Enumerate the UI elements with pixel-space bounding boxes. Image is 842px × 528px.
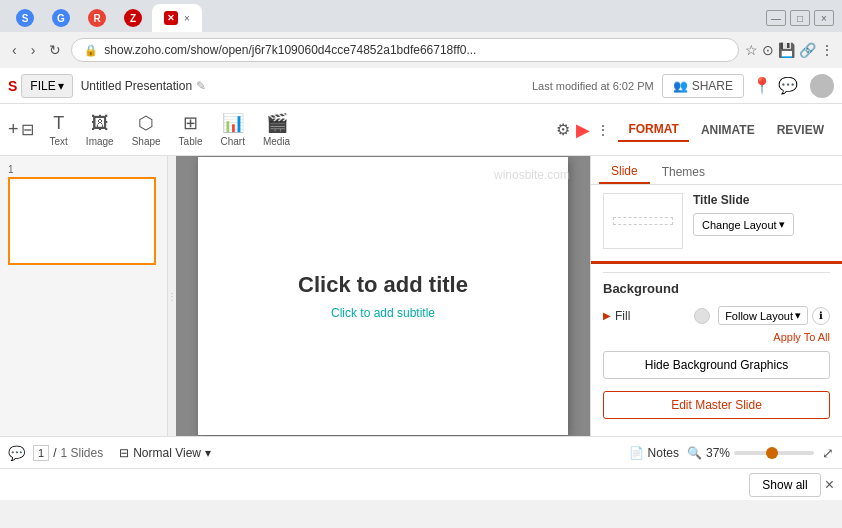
notes-button[interactable]: 📄 Notes (629, 446, 679, 460)
slide-thumbnail[interactable]: 1 (8, 164, 159, 265)
url-box[interactable]: 🔒 show.zoho.com/show/open/j6r7k109060d4c… (71, 38, 739, 62)
show-all-button[interactable]: Show all (749, 473, 820, 497)
zoom-slider[interactable] (734, 451, 814, 455)
slide-panel: 1 (0, 156, 168, 436)
slide-image (8, 177, 156, 265)
fill-arrow-icon: ▾ (795, 309, 801, 322)
tab-z[interactable]: Z (116, 5, 152, 31)
text-label: Text (50, 136, 68, 147)
app-bar-icons: 📍 💬 (752, 74, 834, 98)
slide-title[interactable]: Click to add title (298, 272, 468, 298)
star-button[interactable]: ☆ (745, 42, 758, 58)
share-label: SHARE (692, 79, 733, 93)
window-controls: — □ × (766, 10, 834, 26)
tab-s[interactable]: S (8, 5, 44, 31)
extensions-button[interactable]: ⊙ (762, 42, 774, 58)
watermark: winosbite.com (494, 168, 570, 182)
review-tab[interactable]: REVIEW (767, 118, 834, 142)
slide-canvas[interactable]: Click to add title Click to add subtitle (198, 157, 568, 435)
app-bar: S FILE ▾ Untitled Presentation ✎ Last mo… (0, 68, 842, 104)
image-icon: 🖼 (91, 113, 109, 134)
layout-button[interactable]: ⊟ (21, 120, 34, 139)
zoom-thumb[interactable] (766, 447, 778, 459)
play-button[interactable]: ▶ (576, 119, 590, 141)
comment-icon[interactable]: 💬 (8, 445, 25, 461)
browser-window: S G R Z ✕ × — □ × ‹ › ↻ 🔒 show.zoho.com/… (0, 0, 842, 500)
toolbar-right: ⚙ ▶ ⋮ (556, 119, 610, 141)
lock-icon: 🔒 (84, 44, 98, 57)
zoho-logo: S (8, 78, 17, 94)
close-button[interactable]: × (814, 10, 834, 26)
user-avatar[interactable] (810, 74, 834, 98)
toolbar-text[interactable]: T Text (42, 109, 76, 151)
back-button[interactable]: ‹ (8, 40, 21, 60)
save-button[interactable]: 💾 (778, 42, 795, 58)
fill-info-button[interactable]: ℹ (812, 307, 830, 325)
page-current[interactable]: 1 (33, 445, 49, 461)
tab-r[interactable]: R (80, 5, 116, 31)
slide-tab-slide[interactable]: Slide (599, 160, 650, 184)
shape-icon: ⬡ (138, 112, 154, 134)
fill-dropdown[interactable]: Follow Layout ▾ (718, 306, 808, 325)
maximize-button[interactable]: □ (790, 10, 810, 26)
toolbar-chart[interactable]: 📊 Chart (212, 108, 252, 151)
tab-favicon-z: Z (124, 9, 142, 27)
change-layout-button[interactable]: Change Layout ▾ (693, 213, 794, 236)
share-icon: 👥 (673, 79, 688, 93)
apply-to-all[interactable]: Apply To All (591, 329, 842, 345)
tab-active[interactable]: ✕ × (152, 4, 202, 32)
zoom-level: 37% (706, 446, 730, 460)
edit-master-button[interactable]: Edit Master Slide (603, 391, 830, 419)
background-section-title: Background (603, 272, 830, 296)
file-menu-button[interactable]: FILE ▾ (21, 74, 72, 98)
toolbar-table[interactable]: ⊞ Table (171, 108, 211, 151)
settings-button[interactable]: ⚙ (556, 120, 570, 139)
tab-close-btn[interactable]: × (184, 13, 190, 24)
fill-color-swatch (694, 308, 710, 324)
fill-row: ▶ Fill Follow Layout ▾ ℹ (591, 302, 842, 329)
toolbar-items: T Text 🖼 Image ⬡ Shape ⊞ Table 📊 Chart 🎬 (42, 108, 557, 151)
layout-name: Title Slide (693, 193, 794, 207)
address-bar: ‹ › ↻ 🔒 show.zoho.com/show/open/j6r7k109… (0, 32, 842, 68)
reload-button[interactable]: ↻ (45, 40, 65, 60)
page-separator: / (53, 446, 56, 460)
slide-subtitle[interactable]: Click to add subtitle (331, 306, 435, 320)
view-mode[interactable]: ⊟ Normal View ▾ (119, 446, 211, 460)
zoom-expand-button[interactable]: ⤢ (822, 445, 834, 461)
share-page-button[interactable]: 🔗 (799, 42, 816, 58)
chart-label: Chart (220, 136, 244, 147)
tab-favicon-s: S (16, 9, 34, 27)
last-modified-text: Last modified at 6:02 PM (532, 80, 654, 92)
tab-active-favicon: ✕ (164, 11, 178, 25)
toolbar: + ⊟ T Text 🖼 Image ⬡ Shape ⊞ Table 📊 Ch (0, 104, 842, 156)
slide-tab-themes[interactable]: Themes (650, 160, 717, 184)
chat-icon-button[interactable]: 💬 (778, 74, 798, 98)
tab-favicon-r: R (88, 9, 106, 27)
layout-inner-box (613, 217, 673, 225)
title-edit-icon[interactable]: ✎ (196, 79, 206, 93)
tab-g[interactable]: G (44, 5, 80, 31)
forward-button[interactable]: › (27, 40, 40, 60)
location-icon-button[interactable]: 📍 (752, 74, 772, 98)
toolbar-shape[interactable]: ⬡ Shape (124, 108, 169, 151)
drag-handle[interactable]: ⋮ (168, 156, 176, 436)
add-slide-button[interactable]: + (8, 119, 19, 140)
file-label: FILE (30, 79, 55, 93)
slide-number: 1 (8, 164, 159, 175)
file-arrow: ▾ (58, 79, 64, 93)
hide-background-button[interactable]: Hide Background Graphics (603, 351, 830, 379)
presentation-title: Untitled Presentation (81, 79, 192, 93)
zoom-area: 🔍 37% ⤢ (687, 445, 834, 461)
animate-tab[interactable]: ANIMATE (691, 118, 765, 142)
canvas-area[interactable]: winosbite.com Click to add title Click t… (176, 156, 590, 436)
media-icon: 🎬 (266, 112, 288, 134)
toolbar-image[interactable]: 🖼 Image (78, 109, 122, 151)
more-options-button[interactable]: ⋮ (596, 122, 610, 138)
toolbar-media[interactable]: 🎬 Media (255, 108, 298, 151)
format-tab[interactable]: FORMAT (618, 118, 688, 142)
share-button[interactable]: 👥 SHARE (662, 74, 744, 98)
bottom-close-button[interactable]: × (825, 476, 834, 494)
minimize-button[interactable]: — (766, 10, 786, 26)
change-layout-label: Change Layout (702, 219, 777, 231)
menu-button[interactable]: ⋮ (820, 42, 834, 58)
